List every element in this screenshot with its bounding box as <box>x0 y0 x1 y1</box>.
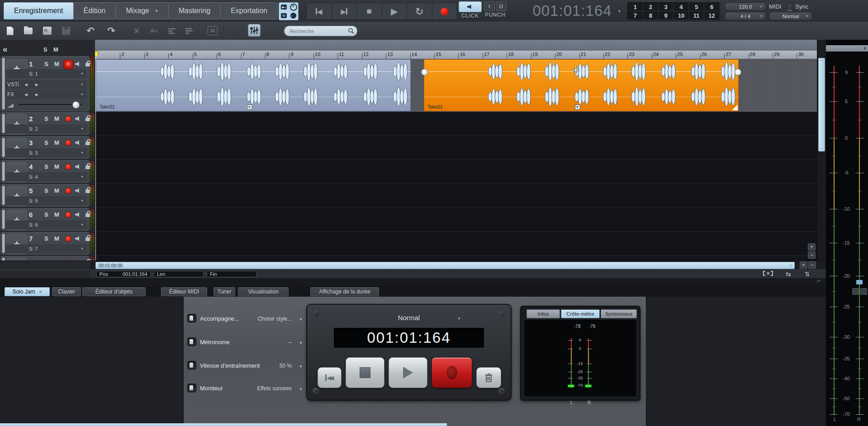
track-record-arm-button[interactable] <box>63 60 73 69</box>
track-lane-6[interactable] <box>95 208 817 232</box>
track-header-7[interactable]: +7SMS: 7▼ <box>0 232 90 255</box>
collapse-panel-button[interactable]: « <box>3 44 8 54</box>
track-lane-5[interactable] <box>95 184 817 208</box>
audio-clip-orange[interactable]: Take01 <box>424 59 739 111</box>
record-button[interactable] <box>432 3 457 19</box>
track-mute-button[interactable]: M <box>54 235 59 242</box>
tab-close-icon[interactable]: × <box>39 289 42 294</box>
track-lane-8[interactable] <box>95 256 817 260</box>
track-lane-2[interactable] <box>95 112 817 136</box>
loop-button[interactable]: ↻ <box>407 3 432 19</box>
tempo-dropdown[interactable]: 120.0▼ <box>725 2 766 11</box>
horizontal-scrollbar[interactable]: 00:01:00:00 + − <box>0 260 826 270</box>
solo-column-header[interactable]: S <box>43 46 47 53</box>
midi-din-icon[interactable] <box>289 11 298 20</box>
jam-mode-dropdown[interactable]: Normal <box>307 314 511 322</box>
track-solo-button[interactable]: S <box>44 163 48 170</box>
import-audio-button[interactable] <box>41 25 53 37</box>
track-monitor-speaker-icon[interactable] <box>75 212 81 217</box>
tab-bar-option-button[interactable] <box>852 288 859 295</box>
cut-button[interactable]: ✕ <box>130 25 143 37</box>
track-mute-button[interactable]: M <box>54 187 59 194</box>
menu-tab-mixage[interactable]: Mixage▼ <box>115 2 169 19</box>
mute-tool-button[interactable]: M <box>206 25 219 37</box>
bottom-panel-scrollbar[interactable] <box>0 423 447 426</box>
track-mute-button[interactable]: M <box>54 139 59 146</box>
track-solo-button[interactable]: S <box>44 139 48 146</box>
arrow-left-icon[interactable]: ◀ <box>24 82 28 87</box>
vertical-scrollbar[interactable] <box>817 40 826 260</box>
volume-slider-knob[interactable] <box>72 101 80 109</box>
bottom-tab-tuner[interactable]: Tuner <box>213 287 235 296</box>
arranger-option-cluster[interactable]: ▶▪ M <box>279 2 299 20</box>
track-take-selector[interactable]: S: 4▼ <box>5 172 86 181</box>
track-lock-icon[interactable] <box>85 213 90 217</box>
click-toggle-button[interactable] <box>459 1 482 12</box>
horizontal-zoom-in-button[interactable]: + <box>800 261 807 269</box>
end-field[interactable]: Fin <box>207 271 256 277</box>
time-format-dropdown-icon[interactable]: ▼ <box>617 9 621 14</box>
bottom-tab-clavier[interactable]: Clavier <box>52 287 81 296</box>
track-header-3[interactable]: +3SMS: 3▼ <box>0 136 90 159</box>
horizontal-zoom-out-button[interactable]: − <box>808 261 816 269</box>
track-header-5[interactable]: +5SMS: 5▼ <box>0 184 90 207</box>
meter-tab-cr-te-m-tre[interactable]: Crête-mètre <box>561 309 600 318</box>
track-solo-button[interactable]: S <box>44 115 48 122</box>
time-display[interactable]: 001:01:164 ▼ <box>520 0 624 22</box>
redo-button[interactable]: ↷ <box>105 25 118 37</box>
range-slot-8[interactable]: 8 <box>643 11 659 20</box>
sync-label[interactable]: Sync <box>795 3 808 10</box>
track-lane-1[interactable]: Take01Take01 <box>95 59 817 112</box>
arrow-right-icon[interactable]: ▶ <box>35 92 38 97</box>
play-stop-icon[interactable]: ▶▪ <box>279 3 289 11</box>
track-header-1[interactable]: +1SMS: 1▼VSTi◀▶▼FX◀▶▼ <box>0 56 90 111</box>
track-take-selector[interactable]: S: 6▼ <box>5 220 86 229</box>
snap-button[interactable]: #¬ <box>147 25 160 37</box>
track-lock-icon[interactable] <box>85 142 90 145</box>
jam-checkbox[interactable] <box>187 383 196 393</box>
track-header-4[interactable]: +4SMS: 4▼ <box>0 160 90 183</box>
save-button[interactable] <box>60 25 72 37</box>
track-lock-icon[interactable] <box>85 118 90 121</box>
track-take-selector[interactable]: S: 5▼ <box>5 196 86 205</box>
length-field[interactable]: Len <box>154 271 204 277</box>
range-slot-6[interactable]: 6 <box>704 3 720 11</box>
align-left-button[interactable] <box>166 25 178 37</box>
track-monitor-speaker-icon[interactable] <box>75 62 81 66</box>
jam-option-value[interactable]: – <box>226 339 292 346</box>
chevron-down-icon[interactable]: ▼ <box>299 317 303 322</box>
range-slot-7[interactable]: 7 <box>628 11 643 20</box>
chevron-down-icon[interactable]: ▼ <box>299 387 303 391</box>
clip-right-handle[interactable] <box>735 69 741 76</box>
range-slot-11[interactable]: 11 <box>689 11 704 20</box>
play-button[interactable]: ▶ <box>382 3 408 19</box>
search-icon[interactable] <box>348 28 354 34</box>
track-lane-4[interactable] <box>95 160 817 184</box>
range-slot-3[interactable]: 3 <box>659 3 674 11</box>
track-take-selector[interactable]: S: 7▼ <box>5 244 86 253</box>
track-monitor-speaker-icon[interactable] <box>75 116 81 121</box>
horizontal-scrollbar-thumb[interactable]: 00:01:00:00 <box>95 262 795 269</box>
track-take-selector[interactable]: S: 3▼ <box>5 148 86 157</box>
chevron-down-icon[interactable]: ▼ <box>299 364 303 369</box>
track-record-arm-button[interactable] <box>65 140 71 146</box>
bottom-tab--diteur-d-objets[interactable]: Éditeur d'objets <box>82 287 146 296</box>
arrow-left-icon[interactable]: ◀ <box>24 92 28 97</box>
audio-clip-blue[interactable]: Take01 <box>96 59 411 111</box>
jam-stop-button[interactable] <box>346 357 384 388</box>
sync-mode-dropdown[interactable]: Normal▼ <box>769 12 812 20</box>
track-solo-button[interactable]: S <box>44 235 48 242</box>
chevron-down-icon[interactable]: ▼ <box>457 317 461 321</box>
skip-to-end-button[interactable]: ▶ <box>332 3 357 19</box>
menu-tab-enregistrement[interactable]: Enregistrement <box>4 2 74 19</box>
track-lane-7[interactable] <box>95 232 817 256</box>
track-monitor-speaker-icon[interactable] <box>75 188 81 193</box>
track-monitor-speaker-icon[interactable] <box>75 236 81 241</box>
jam-option-value[interactable]: 50 % <box>226 363 292 369</box>
close-icon[interactable]: × <box>863 45 866 51</box>
new-project-button[interactable] <box>4 25 16 37</box>
mixer-button[interactable] <box>248 24 261 36</box>
track-solo-button[interactable]: S <box>44 61 48 67</box>
punch-in-button[interactable]: I <box>484 1 495 11</box>
stop-button[interactable]: ■ <box>357 3 382 19</box>
